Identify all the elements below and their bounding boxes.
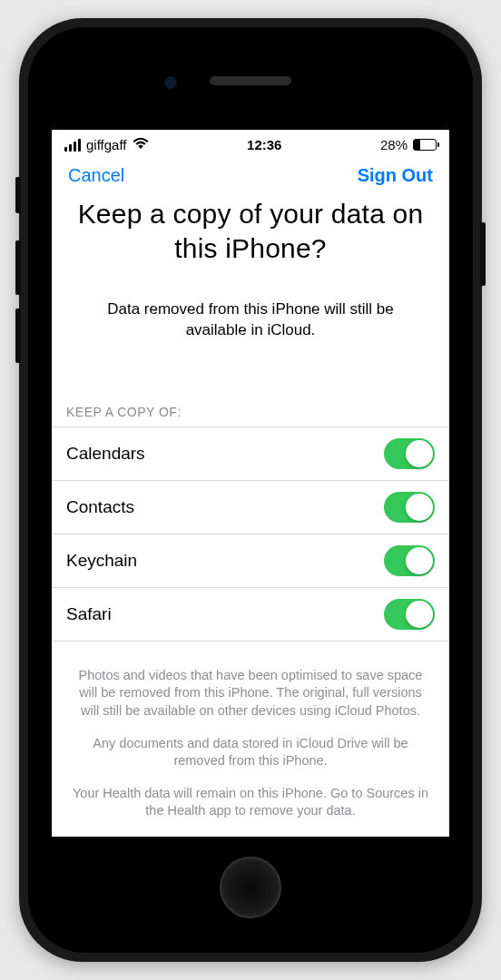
safari-label: Safari [66,604,112,624]
contacts-label: Contacts [66,497,134,517]
carrier-label: giffgaff [86,137,127,152]
calendars-toggle[interactable] [384,438,435,469]
screen: giffgaff 12:36 28% Cancel Sign Out [52,130,449,837]
battery-icon [413,139,437,151]
footer-icloud-drive: Any documents and data stored in iCloud … [52,735,449,770]
volume-down [15,309,21,363]
keep-copy-list: Calendars Contacts Keychain Safari [52,426,449,642]
list-item: Keychain [52,534,449,588]
mute-switch [15,177,21,213]
home-button[interactable] [220,857,281,918]
keychain-label: Keychain [66,551,137,571]
nav-bar: Cancel Sign Out [52,156,449,197]
calendars-label: Calendars [66,444,145,464]
cancel-button[interactable]: Cancel [68,165,124,186]
list-item: Safari [52,588,449,642]
clock: 12:36 [247,137,281,152]
sign-out-button[interactable]: Sign Out [358,165,433,186]
status-bar: giffgaff 12:36 28% [52,130,449,156]
page-subtitle: Data removed from this iPhone will still… [52,265,449,341]
battery-percent: 28% [380,137,408,152]
front-camera [164,76,177,89]
earpiece-speaker [210,76,291,85]
page-title: Keep a copy of your data on this iPhone? [52,197,449,265]
footer-health: Your Health data will remain on this iPh… [52,785,449,820]
list-item: Contacts [52,481,449,534]
wifi-icon [133,137,149,152]
section-header: KEEP A COPY OF: [52,341,449,426]
footer-notes: Photos and videos that have been optimis… [52,642,449,837]
footer-apple-pay: Apple Pay card information will be remov… [52,835,449,837]
power-button [480,222,486,286]
signal-icon [64,139,81,152]
device-frame: giffgaff 12:36 28% Cancel Sign Out [19,18,482,962]
contacts-toggle[interactable] [384,492,435,523]
volume-up [15,240,21,295]
keychain-toggle[interactable] [384,545,435,576]
footer-photos: Photos and videos that have been optimis… [52,667,449,720]
safari-toggle[interactable] [384,599,435,630]
list-item: Calendars [52,427,449,481]
